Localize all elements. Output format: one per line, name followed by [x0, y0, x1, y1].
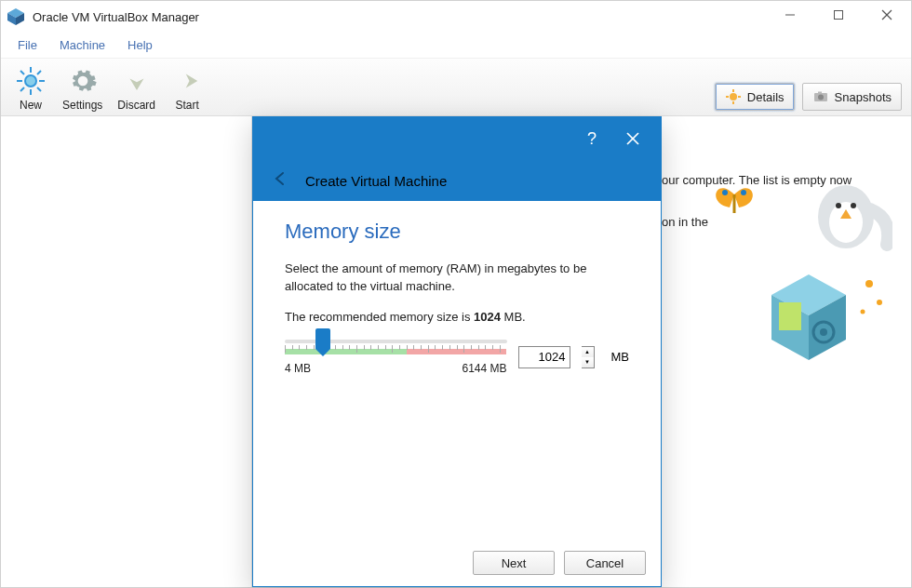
memory-slider[interactable]: 4 MB 6144 MB — [285, 340, 507, 375]
dialog-heading: Memory size — [285, 220, 629, 244]
dialog-description: Select the amount of memory (RAM) in meg… — [285, 261, 629, 296]
toolbar-label: Start — [175, 99, 198, 112]
slider-thumb[interactable] — [315, 328, 330, 349]
spinner-down-icon[interactable]: ▼ — [582, 357, 594, 368]
dialog-title: Create Virtual Machine — [305, 173, 447, 189]
settings-button[interactable]: Settings — [55, 61, 110, 114]
welcome-art — [706, 172, 892, 368]
svg-rect-35 — [779, 302, 801, 330]
discard-button[interactable]: Discard — [110, 61, 163, 114]
slider-min-label: 4 MB — [285, 362, 311, 375]
spinner-up-icon[interactable]: ▲ — [582, 347, 594, 357]
svg-point-22 — [818, 95, 824, 100]
main-area: our computer. The list is empty now on i… — [1, 116, 911, 587]
sun-color-icon — [725, 88, 742, 105]
gear-icon — [68, 65, 98, 97]
back-arrow-icon[interactable] — [272, 170, 288, 192]
menu-help[interactable]: Help — [116, 36, 164, 54]
toolbar-label: Settings — [62, 99, 102, 112]
dialog-body: Memory size Select the amount of memory … — [253, 201, 661, 384]
right-btn-label: Details — [747, 90, 785, 104]
next-button[interactable]: Next — [473, 551, 555, 575]
create-vm-dialog: ? Create Virtual Machine Memory size Sel… — [252, 116, 662, 587]
svg-point-27 — [851, 203, 856, 208]
dialog-help-button[interactable]: ? — [573, 125, 610, 153]
slider-max-label: 6144 MB — [462, 362, 506, 375]
dialog-recommended-line: The recommended memory size is 1024 MB. — [285, 309, 629, 327]
svg-point-30 — [741, 190, 746, 195]
svg-point-38 — [865, 280, 873, 287]
new-button[interactable]: New — [7, 61, 55, 114]
svg-line-13 — [37, 87, 41, 91]
svg-point-39 — [877, 300, 882, 305]
svg-rect-23 — [818, 92, 822, 94]
right-btn-label: Snapshots — [835, 90, 892, 104]
toolbar-label: New — [20, 99, 42, 112]
svg-line-15 — [20, 87, 24, 91]
svg-point-40 — [861, 310, 865, 314]
down-arrow-icon — [123, 65, 151, 97]
toolbar: New Settings Discard Start D — [1, 59, 911, 116]
close-button[interactable] — [863, 1, 911, 29]
snapshots-button[interactable]: Snapshots — [802, 83, 902, 111]
svg-point-25 — [829, 202, 863, 243]
dialog-header: ? — [253, 117, 661, 160]
manager-window: Oracle VM VirtualBox Manager File Machin… — [0, 0, 912, 588]
title-bar: Oracle VM VirtualBox Manager — [1, 1, 911, 33]
minimize-button[interactable] — [766, 1, 814, 29]
right-tools: Details Snapshots — [715, 83, 902, 111]
rec-suffix: MB. — [501, 310, 526, 324]
dialog-subheader: Create Virtual Machine — [253, 160, 661, 201]
svg-rect-4 — [835, 11, 843, 20]
svg-point-16 — [730, 93, 737, 100]
memory-slider-row: 4 MB 6144 MB ▲ ▼ MB — [285, 340, 629, 375]
app-icon — [7, 7, 25, 26]
svg-line-14 — [37, 71, 41, 74]
svg-point-29 — [722, 190, 728, 195]
dialog-close-button[interactable] — [614, 125, 651, 153]
memory-unit: MB — [611, 350, 630, 364]
camera-icon — [812, 88, 829, 105]
dialog-footer: Next Cancel — [473, 551, 646, 575]
memory-spinner[interactable]: ▲ ▼ — [582, 346, 595, 368]
details-button[interactable]: Details — [715, 83, 795, 111]
rec-prefix: The recommended memory size is — [285, 310, 474, 324]
play-arrow-icon — [173, 65, 201, 97]
memory-input[interactable] — [518, 346, 570, 368]
menu-file[interactable]: File — [7, 36, 48, 54]
sun-icon — [15, 65, 47, 97]
svg-line-12 — [20, 71, 24, 74]
window-controls — [766, 1, 911, 29]
vm-list[interactable] — [1, 116, 252, 587]
maximize-button[interactable] — [814, 1, 863, 29]
menu-machine[interactable]: Machine — [48, 36, 116, 54]
cancel-button[interactable]: Cancel — [564, 551, 646, 575]
svg-point-37 — [820, 328, 827, 336]
svg-point-26 — [836, 203, 841, 208]
start-button[interactable]: Start — [163, 61, 211, 114]
rec-value: 1024 — [474, 310, 501, 324]
window-title: Oracle VM VirtualBox Manager — [33, 10, 199, 24]
svg-point-7 — [25, 75, 36, 87]
menu-bar: File Machine Help — [1, 33, 911, 59]
toolbar-label: Discard — [117, 99, 155, 112]
